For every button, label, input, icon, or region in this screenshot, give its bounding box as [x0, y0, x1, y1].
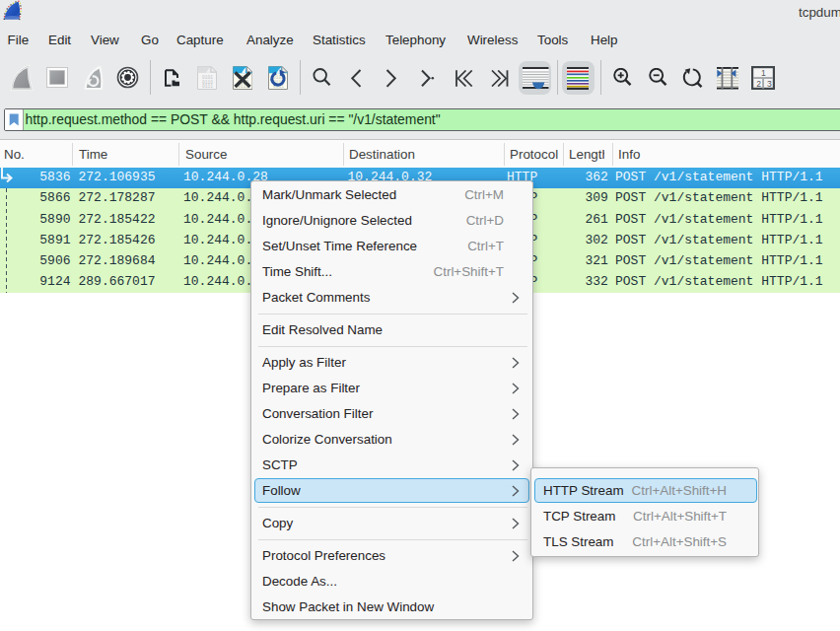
- svg-text:0111: 0111: [202, 84, 213, 89]
- svg-text:1: 1: [761, 68, 766, 78]
- svg-text:2: 2: [756, 79, 761, 89]
- svg-text:3: 3: [767, 79, 772, 89]
